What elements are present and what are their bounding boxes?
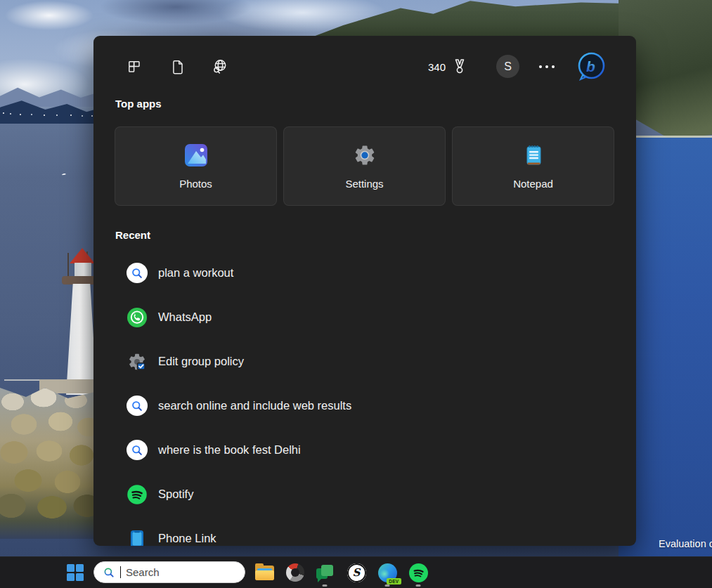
document-icon: [169, 58, 186, 75]
wallpaper-shore-buildings: [3, 112, 4, 114]
top-app-label: Photos: [115, 178, 276, 190]
recent-item[interactable]: where is the book fest Delhi: [115, 428, 628, 472]
search-icon: [127, 396, 148, 416]
recent-item[interactable]: WhatsApp: [115, 295, 628, 339]
s-app-icon: S: [347, 563, 366, 582]
top-app-photos[interactable]: Photos: [115, 126, 277, 206]
spotify-icon: [127, 484, 148, 505]
top-app-label: Settings: [284, 178, 445, 190]
recent-item-label: Spotify: [158, 488, 193, 501]
search-input[interactable]: [126, 566, 231, 578]
recent-item[interactable]: plan a workout: [115, 251, 628, 295]
more-options-button[interactable]: [536, 61, 558, 72]
recent-heading: Recent: [115, 229, 150, 241]
settings-gear-icon: [353, 143, 377, 170]
documents-filter-button[interactable]: [167, 55, 189, 78]
phone-link-icon: [127, 528, 148, 547]
running-indicator: [385, 584, 390, 587]
taskbar-s-app[interactable]: S: [346, 562, 367, 583]
globe-search-icon: [211, 58, 229, 76]
search-icon: [127, 263, 148, 283]
taskbar-chat-app[interactable]: [314, 562, 335, 583]
desktop: Evaluation c: [0, 0, 712, 588]
taskbar-lens-app[interactable]: [285, 562, 306, 583]
dev-badge: DEV: [387, 578, 401, 584]
shore-rocks: [0, 388, 100, 539]
file-explorer-icon: [255, 566, 274, 580]
taskbar: S DEV: [0, 556, 712, 588]
recent-item-label: where is the book fest Delhi: [158, 443, 301, 457]
recent-item[interactable]: search online and include web results: [115, 384, 628, 428]
windows-start-icon: [67, 564, 75, 572]
evaluation-watermark: Evaluation c: [659, 538, 712, 549]
rewards-medal-icon: [451, 58, 468, 76]
taskbar-spotify[interactable]: [408, 562, 429, 583]
group-policy-gear-icon: [127, 351, 148, 372]
lens-ring-icon: [286, 563, 304, 582]
whatsapp-icon: [127, 307, 148, 328]
lighthouse-lantern: [75, 263, 91, 277]
taskbar-search-box[interactable]: [93, 561, 245, 583]
search-flyout-panel: 340 S: [93, 36, 636, 546]
taskbar-file-explorer[interactable]: [254, 562, 275, 583]
account-avatar[interactable]: S: [496, 55, 519, 78]
text-caret: [120, 566, 121, 578]
svg-text:b: b: [586, 58, 595, 74]
ellipsis-icon: [545, 65, 548, 68]
top-app-notepad[interactable]: Notepad: [452, 126, 614, 206]
recent-item-label: Phone Link: [158, 532, 216, 545]
start-button[interactable]: [67, 564, 84, 582]
apps-filter-button[interactable]: [123, 55, 145, 78]
running-indicator: [323, 584, 328, 587]
recent-list: plan a workout WhatsApp: [115, 251, 628, 546]
running-indicator: [416, 584, 421, 587]
recent-item-label: WhatsApp: [158, 311, 212, 324]
web-filter-button[interactable]: [209, 55, 231, 78]
wallpaper-bird: [62, 174, 66, 176]
rewards-button[interactable]: 340: [428, 54, 468, 79]
notepad-icon: [522, 143, 545, 170]
recent-item[interactable]: Spotify: [115, 472, 628, 516]
bing-chat-button[interactable]: b: [576, 51, 607, 81]
rewards-points: 340: [428, 61, 446, 73]
recent-item[interactable]: Edit group policy: [115, 339, 628, 384]
recent-item-label: search online and include web results: [158, 399, 351, 412]
top-app-settings[interactable]: Settings: [283, 126, 446, 206]
lighthouse-tower: [66, 284, 97, 395]
recent-item[interactable]: Phone Link: [115, 516, 628, 546]
recent-item-label: Edit group policy: [158, 355, 244, 368]
top-apps-row: Photos Settings: [115, 126, 615, 206]
ellipsis-icon: [552, 65, 555, 68]
bing-icon: b: [576, 51, 607, 81]
search-icon: [127, 440, 148, 460]
ellipsis-icon: [539, 65, 542, 68]
top-app-label: Notepad: [453, 178, 614, 190]
recent-item-label: plan a workout: [158, 266, 233, 280]
account-initial: S: [504, 60, 512, 73]
lighthouse-mast: [67, 253, 69, 277]
lighthouse-deck: [62, 276, 97, 285]
chat-app-icon: [316, 563, 334, 582]
top-apps-heading: Top apps: [115, 98, 162, 110]
spotify-icon: [409, 563, 428, 582]
taskbar-edge-dev[interactable]: DEV: [377, 562, 398, 583]
photos-icon: [184, 143, 208, 170]
edge-dev-icon: DEV: [378, 563, 397, 582]
lighthouse-roof: [70, 248, 95, 263]
search-icon: [103, 566, 115, 579]
apps-grid-icon: [126, 58, 143, 75]
